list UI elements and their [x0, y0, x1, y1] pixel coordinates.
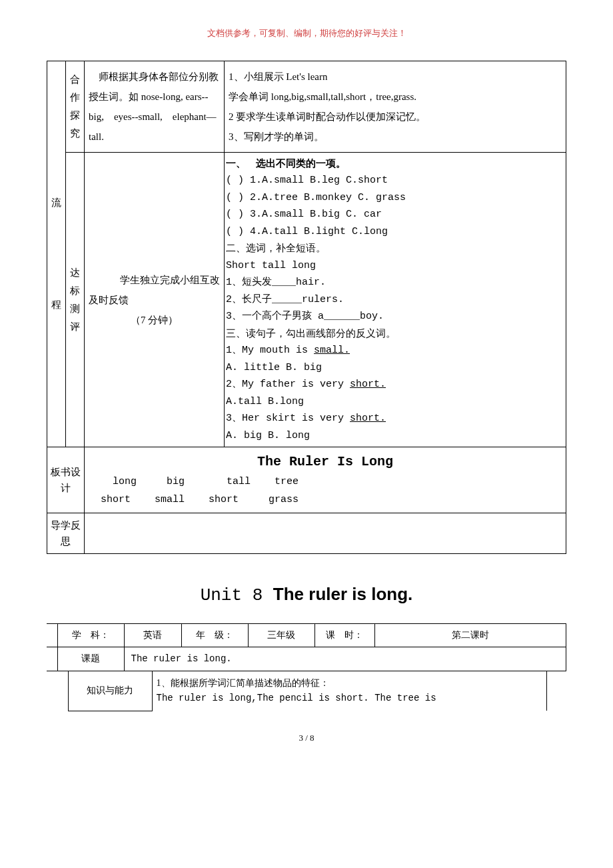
board-line1: long big tall tree	[87, 473, 563, 491]
obj-label: 知识与能力	[68, 671, 152, 711]
ex3-3opt: A. big B. long	[226, 427, 564, 445]
meta-row2: 课题 The ruler is long.	[47, 647, 566, 671]
test-t1: 学生独立完成小组互改	[89, 270, 220, 290]
ex3-2: 2、My father is very short.	[226, 376, 564, 393]
process-table: 流 程 合作探究 师根据其身体各部位分别教授生词。如 nose-long, ea…	[47, 61, 566, 555]
ex1-title: 一、 选出不同类的一项。	[226, 155, 564, 173]
obj-row: 知识与能力 1、能根据所学词汇简单描述物品的特征： The ruler is l…	[47, 671, 566, 711]
coop-teacher: 师根据其身体各部位分别教授生词。如 nose-long, ears--big, …	[85, 61, 225, 152]
coop-student: 1、小组展示 Let's learn 学会单词 long,big,small,t…	[225, 61, 566, 152]
period-lbl: 课 时：	[314, 623, 374, 647]
meta-table: 学 科： 英语 年 级： 三年级 课 时： 第二课时 课题 The ruler …	[47, 623, 566, 671]
subject-val: 英语	[124, 623, 181, 647]
coop-s1: 1、小组展示 Let's learn	[229, 67, 562, 87]
board-row: 板书设计 The Ruler Is Long long big tall tre…	[47, 447, 566, 513]
reflect-row: 导学反思	[47, 513, 566, 554]
process-label: 流 程	[47, 61, 66, 447]
board-content-cell: The Ruler Is Long long big tall tree sho…	[85, 447, 566, 513]
test-label: 达标测评	[66, 152, 85, 447]
meta-row1: 学 科： 英语 年 级： 三年级 课 时： 第二课时	[47, 623, 566, 647]
coop-s3: 2 要求学生读单词时配合动作以便加深记忆。	[229, 107, 562, 127]
ex3-1opt: A. little B. big	[226, 359, 564, 377]
obj-l2: The ruler is long,The pencil is short. T…	[157, 691, 542, 707]
process-label-top: 流	[50, 192, 63, 214]
unit-prefix: Unit 8	[201, 585, 273, 605]
ex1-4: ( ) 4.A.tall B.light C.long	[226, 223, 564, 241]
ex2-words: Short tall long	[226, 257, 564, 275]
unit-title: Unit 8 The ruler is long.	[47, 581, 566, 610]
ex1-2: ( ) 2.A.tree B.monkey C. grass	[226, 189, 564, 207]
ex3-3: 3、Her skirt is very short.	[226, 410, 564, 427]
ex2-3: 3、一个高个子男孩 a______boy.	[226, 308, 564, 325]
coop-s2: 学会单词 long,big,small,tall,short，tree,gras…	[229, 87, 562, 107]
board-label: 板书设计	[47, 447, 85, 513]
coop-s4: 3、写刚才学的单词。	[229, 127, 562, 147]
grade-val: 三年级	[248, 623, 314, 647]
obj-l1: 1、能根据所学词汇简单描述物品的特征：	[157, 675, 542, 691]
header-note: 文档供参考，可复制、编制，期待您的好评与关注！	[47, 27, 566, 41]
board-line2: short small short grass	[87, 491, 563, 509]
test-row: 达标测评 学生独立完成小组互改 及时反馈 （7 分钟） 一、 选出不同类的一项。…	[47, 152, 566, 447]
obj-content: 1、能根据所学词汇简单描述物品的特征： The ruler is long,Th…	[152, 671, 546, 711]
reflect-content	[85, 513, 566, 554]
subject-lbl: 学 科：	[57, 623, 124, 647]
topic-lbl: 课题	[57, 647, 124, 671]
reflect-label: 导学反思	[47, 513, 85, 554]
ex3-title: 三、读句子，勾出画线部分的反义词。	[226, 325, 564, 343]
period-val: 第二课时	[374, 623, 566, 647]
test-student: 一、 选出不同类的一项。 ( ) 1.A.small B.leg C.short…	[225, 152, 566, 447]
topic-val: The ruler is long.	[124, 647, 566, 671]
ex3-2opt: A.tall B.long	[226, 393, 564, 411]
ex2-1: 1、短头发____hair.	[226, 274, 564, 291]
ex1-3: ( ) 3.A.small B.big C. car	[226, 206, 564, 223]
grade-lbl: 年 级：	[181, 623, 248, 647]
board-title: The Ruler Is Long	[87, 451, 563, 473]
ex3-1: 1、My mouth is small.	[226, 342, 564, 359]
coop-row: 流 程 合作探究 师根据其身体各部位分别教授生词。如 nose-long, ea…	[47, 61, 566, 152]
ex1-1: ( ) 1.A.small B.leg C.short	[226, 172, 564, 189]
obj-table: 知识与能力 1、能根据所学词汇简单描述物品的特征： The ruler is l…	[47, 671, 566, 711]
test-t3: （7 分钟）	[89, 310, 220, 330]
coop-label: 合作探究	[66, 61, 85, 152]
ex2-2: 2、长尺子_____rulers.	[226, 291, 564, 309]
page-footer: 3 / 8	[47, 731, 566, 745]
ex2-title: 二、选词，补全短语。	[226, 240, 564, 257]
process-label-bottom: 程	[50, 294, 63, 316]
unit-main: The ruler is long.	[273, 584, 412, 604]
test-t2: 及时反馈	[89, 290, 220, 310]
test-teacher: 学生独立完成小组互改 及时反馈 （7 分钟）	[85, 152, 225, 447]
